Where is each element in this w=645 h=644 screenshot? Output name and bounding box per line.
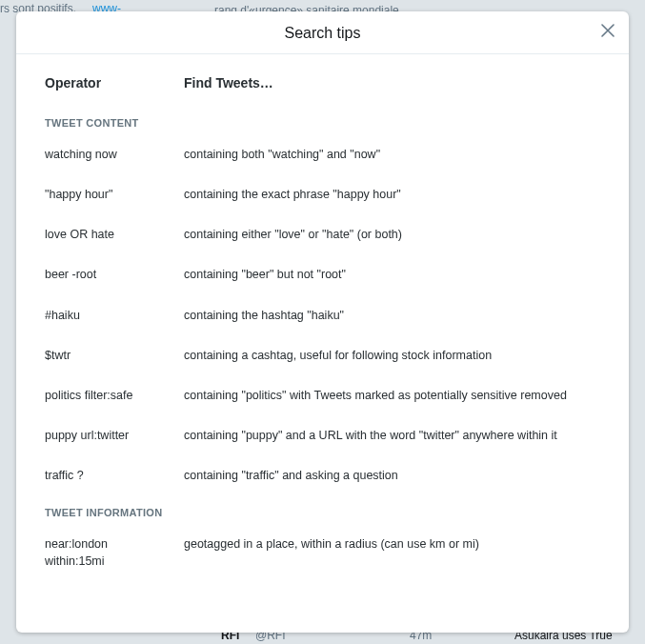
description-cell: containing "politics" with Tweets marked… [184, 387, 600, 404]
table-row: #haiku containing the hashtag "haiku" [45, 307, 600, 324]
section-label-tweet-content: TWEET CONTENT [45, 117, 600, 129]
operator-cell: love OR hate [45, 226, 167, 243]
description-cell: containing a cashtag, useful for followi… [184, 347, 600, 364]
description-cell: geotagged in a place, within a radius (c… [184, 535, 600, 570]
section-label-tweet-information: TWEET INFORMATION [45, 507, 600, 518]
table-row: love OR hate containing either "love" or… [45, 226, 600, 243]
search-operators-table: Operator Find Tweets… TWEET CONTENT watc… [45, 75, 600, 570]
table-row: "happy hour" containing the exact phrase… [45, 186, 600, 203]
table-row: politics filter:safe containing "politic… [45, 387, 600, 404]
modal-header: Search tips [16, 11, 629, 54]
table-row: watching now containing both "watching" … [45, 146, 600, 163]
modal-body[interactable]: Operator Find Tweets… TWEET CONTENT watc… [16, 54, 629, 633]
column-header-operator: Operator [45, 75, 167, 91]
table-row: beer -root containing "beer" but not "ro… [45, 266, 600, 283]
close-icon [601, 24, 615, 37]
description-cell: containing "puppy" and a URL with the wo… [184, 427, 600, 444]
operator-cell: "happy hour" [45, 186, 167, 203]
operator-cell: beer -root [45, 266, 167, 283]
search-tips-modal: Search tips Operator Find Tweets… TWEET … [16, 11, 629, 633]
operator-cell: puppy url:twitter [45, 427, 167, 444]
modal-title: Search tips [31, 25, 614, 42]
table-row: $twtr containing a cashtag, useful for f… [45, 347, 600, 364]
table-header-row: Operator Find Tweets… [45, 75, 600, 91]
operator-cell: $twtr [45, 347, 167, 364]
table-row: traffic ? containing "traffic" and askin… [45, 467, 600, 484]
description-cell: containing "traffic" and asking a questi… [184, 467, 600, 484]
operator-cell: near:london within:15mi [45, 535, 167, 570]
operator-cell: traffic ? [45, 467, 167, 484]
description-cell: containing the exact phrase "happy hour" [184, 186, 600, 203]
operator-cell: watching now [45, 146, 167, 163]
operator-cell: #haiku [45, 307, 167, 324]
column-header-find: Find Tweets… [184, 75, 600, 91]
close-button[interactable] [595, 17, 621, 44]
description-cell: containing the hashtag "haiku" [184, 307, 600, 324]
description-cell: containing both "watching" and "now" [184, 146, 600, 163]
description-cell: containing either "love" or "hate" (or b… [184, 226, 600, 243]
operator-cell: politics filter:safe [45, 387, 167, 404]
description-cell: containing "beer" but not "root" [184, 266, 600, 283]
table-row: near:london within:15mi geotagged in a p… [45, 535, 600, 570]
table-row: puppy url:twitter containing "puppy" and… [45, 427, 600, 444]
